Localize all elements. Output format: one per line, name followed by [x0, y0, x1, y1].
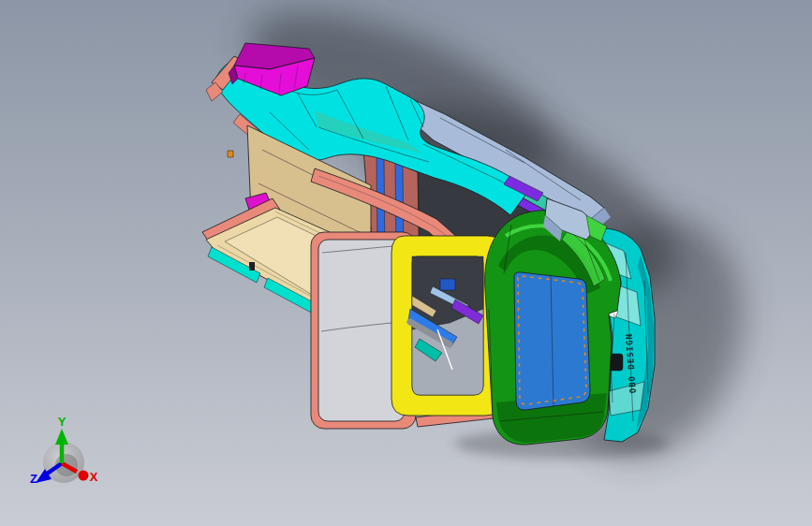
deck-bracket — [249, 262, 255, 270]
cad-viewport[interactable]: OBO DESIGN — [0, 0, 812, 526]
front-green-clip[interactable] — [485, 211, 621, 445]
x-axis-arrow[interactable] — [79, 471, 89, 481]
interior-bracket-blue — [440, 279, 455, 290]
x-axis-label: X — [90, 470, 98, 484]
y-axis-label: Y — [58, 415, 66, 429]
roof-clip — [228, 151, 233, 157]
door-opening — [408, 256, 483, 395]
z-axis-label: Z — [30, 472, 37, 486]
